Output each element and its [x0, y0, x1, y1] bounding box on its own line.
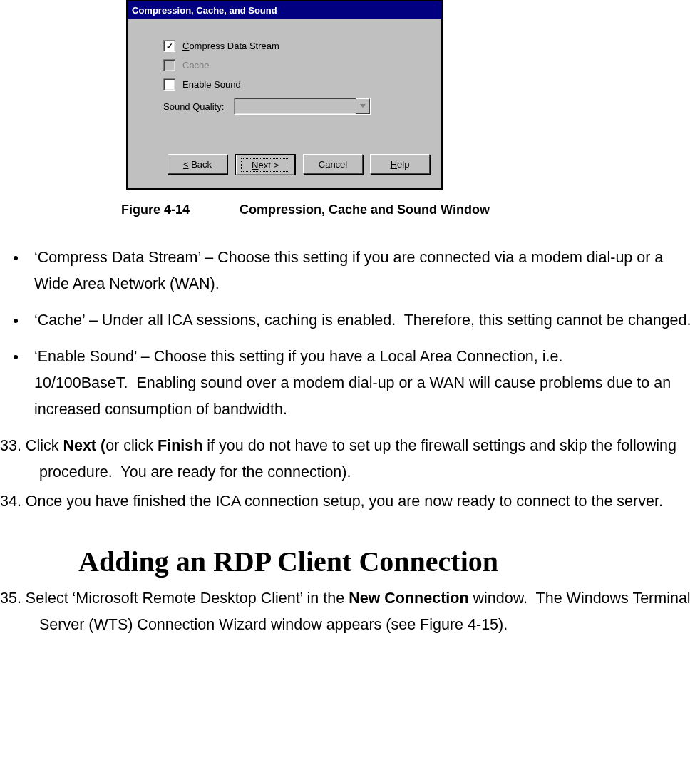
bullet-compress: ‘Compress Data Stream’ – Choose this set…	[27, 245, 693, 297]
compress-row[interactable]: ✓ Compress Data Stream	[163, 40, 424, 52]
cancel-button[interactable]: Cancel	[303, 154, 363, 174]
combo-dropdown-button	[356, 98, 370, 114]
bullet-cache: ‘Cache’ – Under all ICA sessions, cachin…	[27, 307, 693, 334]
document-page: Compression, Cache, and Sound ✓ Compress…	[0, 0, 700, 669]
enable-sound-row[interactable]: Enable Sound	[163, 78, 424, 91]
check-icon: ✓	[166, 42, 173, 51]
figure-title: Compression, Cache and Sound Window	[240, 202, 490, 217]
step-34: 34. Once you have finished the ICA conne…	[0, 488, 693, 515]
compress-label: Compress Data Stream	[182, 41, 279, 51]
dialog-titlebar: Compression, Cache, and Sound	[128, 1, 441, 19]
svg-marker-0	[360, 104, 366, 108]
dialog-body: ✓ Compress Data Stream Cache Enable Soun…	[128, 19, 441, 154]
bullet-sound: ‘Enable Sound’ – Choose this setting if …	[27, 344, 693, 423]
next-button[interactable]: Next >	[235, 154, 296, 175]
cache-row: Cache	[163, 59, 424, 71]
section-heading: Adding an RDP Client Connection	[78, 545, 700, 578]
sound-quality-combo	[234, 98, 371, 115]
compression-dialog: Compression, Cache, and Sound ✓ Compress…	[126, 0, 443, 190]
bullet-list: ‘Compress Data Stream’ – Choose this set…	[7, 245, 693, 423]
figure-number: Figure 4-14	[121, 202, 190, 217]
step-33: 33. Click Next (or click Finish if you d…	[0, 433, 693, 486]
dialog-button-row: < Back Next > Cancel Help	[128, 154, 441, 188]
enable-sound-label: Enable Sound	[182, 79, 241, 90]
back-button[interactable]: < Back	[168, 154, 227, 174]
figure-caption: Figure 4-14 Compression, Cache and Sound…	[0, 202, 700, 217]
sound-quality-label: Sound Quality:	[163, 101, 224, 112]
help-button[interactable]: Help	[370, 154, 430, 174]
step-35: 35. Select ‘Microsoft Remote Desktop Cli…	[0, 585, 693, 638]
cache-label: Cache	[182, 60, 210, 71]
enable-sound-checkbox[interactable]	[163, 78, 175, 91]
dialog-title: Compression, Cache, and Sound	[132, 5, 277, 16]
cache-checkbox	[163, 59, 175, 71]
compress-checkbox[interactable]: ✓	[163, 40, 175, 52]
chevron-down-icon	[360, 104, 366, 108]
sound-quality-row: Sound Quality:	[163, 98, 424, 115]
